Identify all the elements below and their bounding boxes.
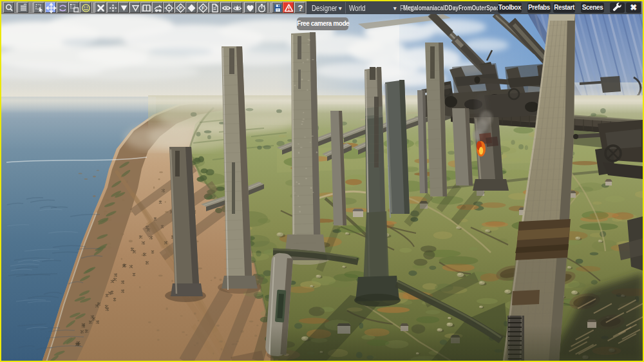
svg-text:F: F — [202, 6, 205, 10]
svg-text:?: ? — [298, 3, 303, 13]
svg-text:P: P — [179, 6, 182, 10]
